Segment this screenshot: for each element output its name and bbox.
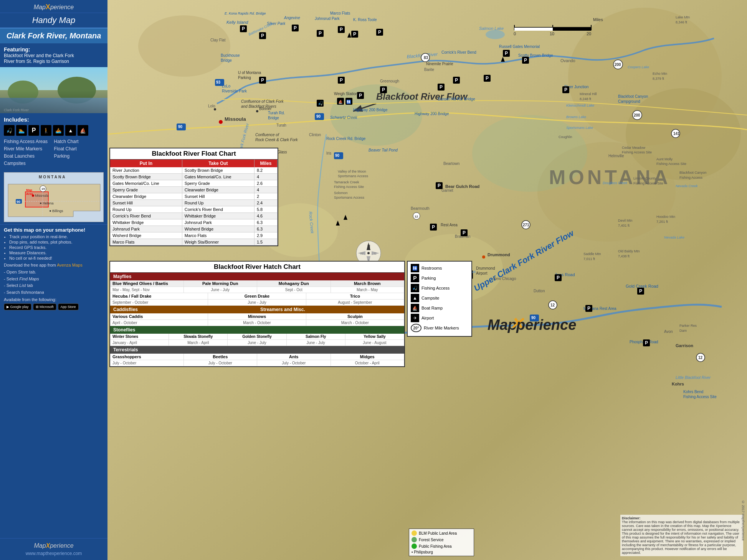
svg-text:7,201 ft: 7,201 ft (656, 220, 668, 224)
hiking-icon: 🚶 (41, 125, 51, 136)
app-store-button[interactable]: App Store (58, 303, 79, 310)
stone-month-1: January - April (110, 340, 169, 346)
billings-label: Billings (52, 209, 63, 213)
svg-point-48 (214, 108, 216, 110)
svg-text:Salmon Lake: Salmon Lake (479, 26, 504, 31)
svg-text:🚻: 🚻 (346, 99, 351, 104)
svg-text:12: 12 (698, 356, 703, 360)
svg-text:Sportsmans Lake: Sportsmans Lake (566, 126, 593, 130)
svg-text:Iris: Iris (326, 151, 331, 155)
google-play-button[interactable]: ▶ Google play (4, 303, 31, 310)
boat-legend-icon: ⛵ (411, 304, 419, 312)
mayfly-col-3: Mohagany Dun (257, 280, 331, 287)
parking-legend-label: Parking (421, 276, 436, 280)
float-chart-row: Whittaker BridgeJohnsrud Park6.3 (110, 219, 278, 226)
float-chart-row: Marco FlatsWeigh Sta/Bonner1.5 (110, 239, 278, 245)
bullet-4: Measure Distances. (9, 250, 104, 255)
svg-text:7,011 ft: 7,011 ft (583, 257, 595, 261)
mayfly-months-row: Mar - May, Sept - Nov June - July Sept -… (110, 287, 404, 293)
svg-text:Fishing Access: Fishing Access (679, 176, 703, 180)
trico-label: Trico (306, 293, 404, 299)
microsoft-button[interactable]: ⊞ Microsoft (33, 303, 56, 310)
avenza-steps: - Open Store tab. - Select Find Maps - S… (4, 269, 104, 296)
svg-text:Lake Mtn: Lake Mtn (676, 15, 690, 19)
svg-text:Missoula: Missoula (225, 116, 246, 122)
svg-text:Johnsrud Park: Johnsrud Park (315, 16, 340, 21)
svg-text:90: 90 (316, 114, 321, 119)
website-link[interactable]: www.mapthexperience.com (4, 551, 104, 556)
svg-text:20: 20 (587, 31, 591, 36)
svg-text:P: P (505, 51, 508, 56)
svg-point-3 (58, 77, 96, 104)
svg-text:Parking: Parking (238, 76, 251, 80)
svg-text:Ovando: Ovando (560, 58, 575, 63)
svg-text:P: P (382, 87, 385, 92)
svg-text:12: 12 (415, 215, 418, 218)
stone-col-5: Yellow Sally (345, 334, 404, 339)
fishing-area-legend: Public Fishing Area (412, 544, 471, 549)
blm-color (412, 530, 417, 536)
svg-text:Dam: Dam (679, 329, 687, 333)
swimming-icon: 🏊 (16, 125, 27, 136)
svg-text:Douglass Creek: Douglass Creek (603, 181, 628, 185)
philipsburg-note: • Philipsburg (412, 550, 471, 554)
float-chart-row: Round UpCorrick's River Bend5.8 (110, 206, 278, 213)
campsite-legend-label: Campsite (421, 296, 439, 300)
legend-campsite: ▲ Campsite (411, 294, 468, 302)
mayfly-month-2: June - July (184, 287, 258, 293)
restrooms-legend-label: Restrooms (421, 266, 442, 270)
svg-text:10: 10 (550, 31, 554, 36)
svg-text:W: W (360, 252, 364, 255)
svg-text:Corrick's River Bend: Corrick's River Bend (441, 50, 476, 54)
avenza-link[interactable]: Avenza Maps (57, 263, 82, 267)
blm-label: BLM Public Land Area (419, 531, 457, 535)
color-legend-panel: BLM Public Land Area Forest Service Publ… (409, 529, 474, 556)
svg-text:Devil Mtn: Devil Mtn (618, 219, 633, 222)
svg-text:Greenough: Greenough (380, 79, 399, 83)
svg-text:Buckhouse: Buckhouse (221, 53, 240, 58)
minnows-label: Minnows (208, 313, 306, 320)
svg-text:Turah: Turah (276, 123, 286, 127)
fishing-legend-icon: 🎣 (411, 284, 419, 292)
terr-month-1: July - October (110, 360, 184, 366)
mayfly-col-1: Blue Winged Olives / Baetis (110, 280, 184, 287)
bottom-logo-x-icon: X (46, 542, 50, 549)
svg-text:Aunt Molly: Aunt Molly (656, 157, 673, 161)
terr-col-4: Midges (331, 354, 405, 360)
svg-rect-4 (0, 98, 107, 113)
svg-text:Kelly Island: Kelly Island (226, 20, 248, 25)
svg-text:MONTANA: MONTANA (39, 175, 66, 179)
svg-text:Fishing Access Site: Fishing Access Site (622, 150, 652, 154)
svg-point-2 (8, 81, 38, 104)
smartphone-title: Get this map on your smartphone! (4, 227, 104, 233)
svg-text:Echo Mtn: Echo Mtn (653, 72, 667, 76)
river-mile-icon: 20° (411, 324, 421, 332)
svg-text:Campground: Campground (618, 99, 640, 104)
montana-mini-map: MONTANA Missoula Helena Billings Map Are… (4, 172, 104, 222)
airport-legend-icon: ✈ (411, 314, 419, 322)
logo-map: Map (34, 4, 46, 10)
parking-icon: P (28, 125, 39, 136)
mayflies-header: Mayflies (110, 273, 404, 280)
svg-text:Helmville: Helmville (608, 154, 624, 158)
stones-header: Stoneflies (110, 326, 404, 334)
campsite-legend-icon: ▲ (411, 294, 419, 302)
float-chart-body: River JunctionScotty Brown Bridge8.2Scot… (110, 167, 278, 245)
svg-text:Beaver Tail Pond: Beaver Tail Pond (369, 148, 398, 152)
svg-text:8,346 ft: 8,346 ft (676, 20, 688, 24)
svg-text:271: 271 (523, 223, 529, 227)
svg-point-31 (482, 255, 485, 259)
forest-color (412, 537, 417, 542)
float-chart-row: Clearwater BridgeSunset Hill2 (110, 193, 278, 200)
float-chart-row: Corrick's River BendWhittaker Bridge4.6 (110, 213, 278, 219)
bullet-2: Drop pins, add notes, plot photos. (9, 240, 104, 244)
svg-text:Ninemile Prairie: Ninemile Prairie (426, 62, 453, 66)
svg-text:Highway 200 Bridge: Highway 200 Bridge (353, 108, 388, 112)
svg-text:Airport: Airport (476, 271, 488, 275)
missoula-label: Missoula (35, 194, 49, 198)
stone-col-4: Salmon Fly (287, 334, 345, 339)
svg-text:Saddle Mtn: Saddle Mtn (583, 252, 601, 256)
map-area-text: Map (26, 188, 32, 192)
svg-text:Kohrs: Kohrs (672, 382, 684, 386)
svg-text:200: 200 (615, 63, 621, 67)
